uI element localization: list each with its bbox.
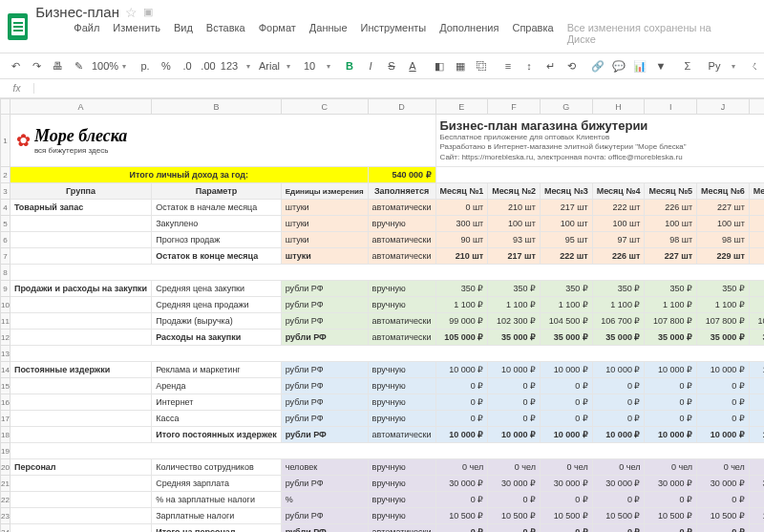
col-K[interactable]: K (749, 99, 764, 115)
inc-decimal-icon[interactable]: .00 (201, 57, 216, 74)
col-C[interactable]: C (281, 99, 368, 115)
fill-color-icon[interactable]: ◧ (432, 57, 447, 74)
strike-icon[interactable]: S (384, 57, 399, 74)
fx-label: fx (0, 83, 34, 94)
menu-help[interactable]: Справка (512, 22, 553, 45)
star-icon[interactable]: ☆ (125, 5, 138, 20)
filter-icon[interactable]: ▼ (653, 57, 668, 74)
plan-sub2: Разработано в Интернет-магазине элитной … (440, 142, 764, 152)
collapse-icon[interactable]: ㄑ (747, 57, 762, 74)
col-header-row: A B C D E F G H I J K L M (1, 99, 765, 115)
valign-icon[interactable]: ↕ (521, 57, 537, 74)
col-G[interactable]: G (540, 99, 592, 115)
plan-sub1: Бесплатное приложение для оптовых Клиент… (440, 133, 764, 142)
print-icon[interactable]: 🖶 (50, 57, 65, 74)
undo-icon[interactable]: ↶ (8, 57, 23, 74)
doc-title[interactable]: Бизнес-план (35, 4, 119, 20)
income-value[interactable]: 540 000 ₽ (368, 167, 435, 183)
font-size[interactable]: 10 (302, 57, 317, 74)
col-J[interactable]: J (697, 99, 750, 115)
italic-icon[interactable]: I (363, 57, 378, 74)
rotate-icon[interactable]: ⟲ (563, 57, 579, 74)
menu-format[interactable]: Формат (259, 22, 296, 45)
save-status: Все изменения сохранены на Диске (567, 22, 718, 45)
col-H[interactable]: H (592, 99, 645, 115)
menu-edit[interactable]: Изменить (113, 22, 160, 45)
row-1[interactable]: 1 (1, 115, 11, 167)
menu-view[interactable]: Вид (174, 22, 193, 45)
income-label[interactable]: Итого личный доход за год: (10, 167, 368, 183)
menu-data[interactable]: Данные (309, 22, 348, 45)
cyrillic-icon[interactable]: Ру (707, 57, 722, 74)
svg-rect-3 (13, 30, 23, 32)
col-D[interactable]: D (368, 99, 435, 115)
corner[interactable] (1, 99, 11, 115)
svg-rect-1 (13, 22, 23, 24)
menubar: Файл Изменить Вид Вставка Формат Данные … (35, 20, 756, 49)
col-A[interactable]: A (10, 99, 151, 115)
merge-icon[interactable]: ⿻ (474, 57, 489, 74)
dec-decimal-icon[interactable]: .0 (180, 57, 195, 74)
functions-icon[interactable]: Σ (680, 57, 695, 74)
bold-icon[interactable]: B (342, 57, 357, 74)
paint-icon[interactable]: ✎ (71, 57, 86, 74)
col-B[interactable]: B (152, 99, 282, 115)
brand-logo: ✿ Море блескався бижутерия здесь (14, 124, 432, 157)
move-icon[interactable]: ▣ (143, 6, 153, 18)
row-3[interactable]: 3 (1, 183, 11, 200)
chart-icon[interactable]: 📊 (632, 57, 647, 74)
flower-icon: ✿ (16, 130, 31, 151)
halign-icon[interactable]: ≡ (500, 57, 516, 74)
menu-addons[interactable]: Дополнения (439, 22, 499, 45)
currency-icon[interactable]: р. (138, 57, 153, 74)
borders-icon[interactable]: ▦ (453, 57, 468, 74)
text-color-icon[interactable]: A (405, 57, 420, 74)
redo-icon[interactable]: ↷ (29, 57, 44, 74)
menu-insert[interactable]: Вставка (206, 22, 245, 45)
percent-icon[interactable]: % (159, 57, 174, 74)
wrap-icon[interactable]: ↵ (542, 57, 558, 74)
menu-file[interactable]: Файл (74, 22, 99, 45)
zoom-select[interactable]: 100% (97, 57, 113, 74)
toolbar: ↶ ↷ 🖶 ✎ 100%▾ р. % .0 .00 123▾ Arial▾ 10… (0, 53, 764, 79)
col-I[interactable]: I (645, 99, 697, 115)
row-2[interactable]: 2 (1, 167, 11, 183)
format-123[interactable]: 123 (222, 57, 237, 74)
comment-icon[interactable]: 💬 (611, 57, 626, 74)
sheets-app-icon (8, 13, 28, 40)
plan-title: Бизнес-план магазина бижутерии (440, 118, 764, 133)
menu-tools[interactable]: Инструменты (361, 22, 427, 45)
plan-sub3: Сайт: https://morebleska.ru, электронная… (440, 153, 764, 162)
spreadsheet-grid[interactable]: A B C D E F G H I J K L M 1 ✿ Море блеск… (0, 98, 764, 532)
col-E[interactable]: E (435, 99, 488, 115)
col-F[interactable]: F (488, 99, 541, 115)
svg-rect-2 (13, 26, 23, 28)
link-icon[interactable]: 🔗 (590, 57, 605, 74)
font-select[interactable]: Arial (262, 57, 277, 74)
